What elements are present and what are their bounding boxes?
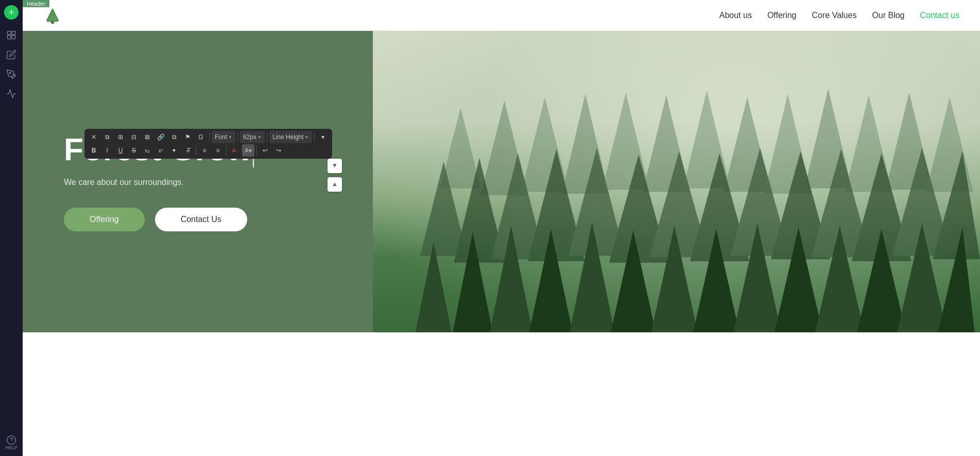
contact-button[interactable]: Contact Us xyxy=(155,208,247,231)
nav-core-values[interactable]: Core Values xyxy=(812,11,857,20)
svg-rect-9 xyxy=(51,21,54,23)
logo-tree-icon xyxy=(43,6,62,25)
font-dropdown-arrow: ▼ xyxy=(228,135,232,140)
website-nav: About us Offering Core Values Our Blog C… xyxy=(719,11,959,20)
tb-link-btn[interactable]: 🔗 xyxy=(154,131,167,143)
toolbar-row-2: B I U S x₂ x² ✦ T̶ ≡ ≡ A- A▾ ↩ ↪ xyxy=(88,144,329,157)
tb-table3-btn[interactable]: ⊠ xyxy=(141,131,153,143)
svg-rect-0 xyxy=(8,31,11,35)
tb-dropdown-btn[interactable]: ▾ xyxy=(317,131,329,143)
tb-subscript-btn[interactable]: x₂ xyxy=(141,144,153,157)
sidebar: + HELP xyxy=(0,0,23,456)
svg-point-4 xyxy=(9,72,11,74)
header-label: Header xyxy=(23,0,49,7)
hero-buttons: Offering Contact Us xyxy=(64,208,332,231)
tb-symbol-btn[interactable]: Ω xyxy=(195,131,207,143)
toolbar-separator-1 xyxy=(209,132,210,142)
scroll-down-arrow[interactable]: ▼ xyxy=(328,159,342,173)
sidebar-bottom: HELP xyxy=(3,434,20,451)
font-label: Font xyxy=(215,133,227,141)
nav-about[interactable]: About us xyxy=(719,11,752,20)
hero-right xyxy=(373,31,980,332)
website-logo xyxy=(43,6,62,25)
svg-point-5 xyxy=(7,436,16,445)
line-height-label: Line Height xyxy=(272,133,304,141)
tb-flag-btn[interactable]: ⚑ xyxy=(181,131,194,143)
toolbar-separator-2 xyxy=(237,132,238,142)
tb-bold-btn[interactable]: B xyxy=(88,144,100,157)
svg-rect-2 xyxy=(8,36,11,39)
tb-media-btn[interactable]: ⧉ xyxy=(168,131,180,143)
svg-rect-3 xyxy=(12,36,15,39)
tb-italic-btn[interactable]: I xyxy=(101,144,113,157)
tb-redo-btn[interactable]: ↪ xyxy=(272,144,285,157)
tb-clear-format-btn[interactable]: ✦ xyxy=(168,144,180,157)
tb-superscript-btn[interactable]: x² xyxy=(154,144,167,157)
help-label: HELP xyxy=(5,445,18,450)
line-height-arrow: ▼ xyxy=(305,135,309,140)
hero-left: ✕ ⧉ ⊞ ⊟ ⊠ 🔗 ⧉ ⚑ Ω Font ▼ 62p xyxy=(23,31,373,332)
font-size-selector[interactable]: 62px ▼ xyxy=(240,131,265,143)
hero-section: ✕ ⧉ ⊞ ⊟ ⊠ 🔗 ⧉ ⚑ Ω Font ▼ 62p xyxy=(23,31,980,332)
nav-contact[interactable]: Contact us xyxy=(920,11,959,20)
tb-underline-btn[interactable]: U xyxy=(114,144,127,157)
tb-text-color-btn[interactable]: A- xyxy=(229,144,241,157)
hero-subtitle: We care about our surroundings. xyxy=(64,178,332,187)
tb-clear-btn[interactable]: T̶ xyxy=(181,144,194,157)
website-header: Header About us Offering Core Values Our… xyxy=(23,0,980,31)
tb-strike-btn[interactable]: S xyxy=(128,144,140,157)
toolbar-row-1: ✕ ⧉ ⊞ ⊟ ⊠ 🔗 ⧉ ⚑ Ω Font ▼ 62p xyxy=(88,131,329,143)
pages-icon[interactable] xyxy=(3,27,20,43)
svg-rect-1 xyxy=(12,31,15,35)
line-height-selector[interactable]: Line Height ▼ xyxy=(269,131,312,143)
toolbar-separator-6 xyxy=(226,146,227,155)
toolbar-separator-5 xyxy=(196,146,196,155)
tb-highlight-btn[interactable]: A▾ xyxy=(242,144,254,157)
tb-align-left-btn[interactable]: ≡ xyxy=(198,144,211,157)
nav-offering[interactable]: Offering xyxy=(767,11,797,20)
tb-table-btn[interactable]: ⊞ xyxy=(114,131,127,143)
tb-close-btn[interactable]: ✕ xyxy=(88,131,100,143)
tb-align-center-btn[interactable]: ≡ xyxy=(212,144,224,157)
brush-icon[interactable] xyxy=(3,66,20,82)
help-icon[interactable]: HELP xyxy=(3,434,20,451)
offering-button[interactable]: Offering xyxy=(64,208,145,231)
font-selector[interactable]: Font ▼ xyxy=(212,131,235,143)
bottom-area xyxy=(23,332,980,456)
toolbar-separator-4 xyxy=(314,132,315,142)
main-content: Header About us Offering Core Values Our… xyxy=(23,0,980,456)
tb-copy-btn[interactable]: ⧉ xyxy=(101,131,113,143)
nav-blog[interactable]: Our Blog xyxy=(872,11,904,20)
font-size-value: 62px xyxy=(243,133,256,141)
tb-undo-btn[interactable]: ↩ xyxy=(259,144,271,157)
edit-icon[interactable] xyxy=(3,46,20,63)
add-button[interactable]: + xyxy=(4,5,19,20)
toolbar-separator-3 xyxy=(267,132,267,142)
text-toolbar: ✕ ⧉ ⊞ ⊟ ⊠ 🔗 ⧉ ⚑ Ω Font ▼ 62p xyxy=(84,129,332,159)
forest-trees-svg xyxy=(373,31,980,332)
tb-table2-btn[interactable]: ⊟ xyxy=(128,131,140,143)
analytics-icon[interactable] xyxy=(3,86,20,102)
font-size-arrow: ▼ xyxy=(257,135,262,140)
toolbar-separator-7 xyxy=(256,146,257,155)
